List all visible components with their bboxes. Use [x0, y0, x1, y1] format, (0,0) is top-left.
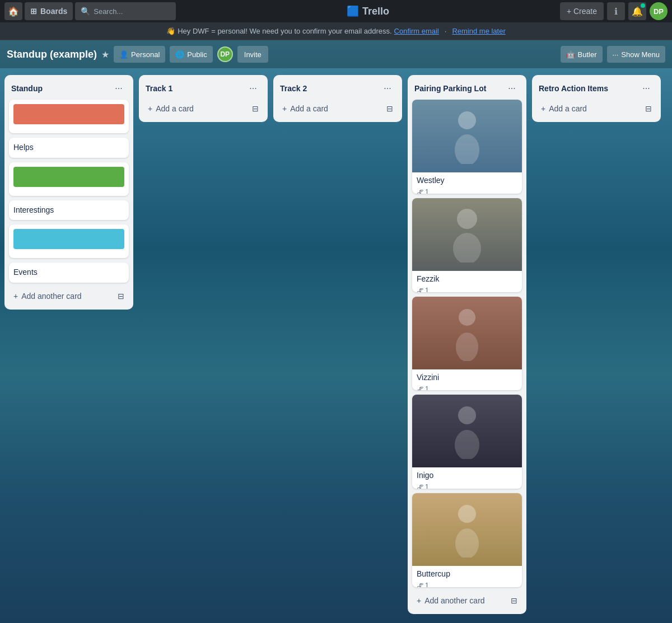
remind-later-link[interactable]: Remind me later [452, 27, 505, 35]
plus-icon-retro: + [541, 104, 545, 113]
nav-center: 🟦 Trello [178, 5, 558, 17]
list-title-track2: Track 2 [280, 84, 307, 93]
list-title-retro: Retro Action Items [539, 84, 608, 93]
card-standup-blue[interactable] [9, 224, 129, 258]
boards-button[interactable]: ⊞ Boards [25, 2, 73, 20]
card-buttercup[interactable]: Buttercup 🖇 1 [412, 493, 522, 587]
paperclip-icon-buttercup: 🖇 [417, 582, 423, 587]
public-label: Public [187, 50, 207, 59]
star-button[interactable]: ★ [101, 49, 109, 60]
list-header-track1: Track 1 ··· [139, 75, 268, 100]
attachment-count-inigo: 1 [425, 483, 429, 489]
personal-visibility-button[interactable]: 👤 Personal [114, 46, 165, 63]
card-standup-events[interactable]: Events [9, 263, 129, 283]
list-menu-button-standup[interactable]: ··· [111, 81, 127, 96]
add-card-label-retro: Add a card [549, 104, 587, 113]
svg-point-9 [455, 528, 479, 558]
card-vizzini[interactable]: Vizzini 🖇 1 [412, 297, 522, 391]
archive-icon-pairing: ⊟ [511, 596, 517, 605]
card-body-buttercup: Buttercup 🖇 1 [412, 566, 522, 587]
notification-badge [641, 3, 645, 8]
list-header-standup: Standup ··· [4, 75, 133, 100]
card-standup-helps[interactable]: Helps [9, 138, 129, 158]
attachment-count-westley: 1 [425, 188, 429, 194]
card-body-vizzini: Vizzini 🖇 1 [412, 369, 522, 391]
list-track1: Track 1 ··· + Add a card ⊟ [139, 75, 268, 122]
list-menu-button-retro[interactable]: ··· [638, 81, 654, 96]
card-body-inigo: Inigo 🖇 1 [412, 467, 522, 489]
public-icon: 🌐 [175, 50, 184, 59]
logo-text: Trello [362, 6, 389, 17]
personal-icon: 👤 [119, 50, 128, 59]
svg-point-1 [455, 134, 479, 164]
add-another-card-pairing[interactable]: + Add another card ⊟ [412, 592, 522, 610]
list-menu-button-pairing[interactable]: ··· [504, 81, 520, 96]
card-badges-inigo: 🖇 1 [417, 483, 517, 489]
svg-point-8 [458, 505, 476, 523]
list-menu-button-track1[interactable]: ··· [245, 81, 261, 96]
card-title-buttercup: Buttercup [417, 569, 517, 578]
confirm-email-link[interactable]: Confirm email [394, 27, 439, 35]
card-color-bar-green [13, 167, 124, 187]
search-placeholder: Search... [94, 7, 123, 16]
user-avatar[interactable]: DP [650, 2, 668, 20]
card-standup-interestings[interactable]: Interestings [9, 200, 129, 221]
add-card-track1[interactable]: + Add a card ⊟ [143, 100, 263, 118]
personal-label: Personal [131, 50, 160, 59]
add-card-label-track2: Add a card [290, 104, 328, 113]
attachment-badge-fezzik: 🖇 1 [417, 287, 429, 292]
avatar-initials: DP [654, 7, 664, 16]
archive-icon-track2: ⊟ [386, 104, 393, 113]
list-retro: Retro Action Items ··· + Add a card ⊟ [532, 75, 661, 122]
list-header-pairing: Pairing Parking Lot ··· [408, 75, 526, 100]
add-card-retro[interactable]: + Add a card ⊟ [536, 100, 656, 118]
search-bar[interactable]: 🔍 Search... [75, 2, 176, 20]
info-button[interactable]: ℹ [607, 2, 625, 20]
card-title-helps: Helps [13, 142, 124, 153]
archive-icon-track1: ⊟ [252, 104, 259, 113]
show-menu-button[interactable]: ··· Show Menu [607, 46, 666, 63]
card-body-westley: Westley 🖇 1 [412, 172, 522, 194]
svg-point-5 [456, 332, 478, 361]
board-header: Standup (example) ★ 👤 Personal 🌐 Public … [0, 40, 672, 68]
top-navigation: 🏠 ⊞ Boards 🔍 Search... 🟦 Trello + Create… [0, 0, 672, 22]
notification-banner: 👋 Hey DWF = personal! We need you to con… [0, 22, 672, 40]
list-title-standup: Standup [11, 84, 43, 93]
board-member-avatar: DP [217, 46, 233, 62]
card-title-vizzini: Vizzini [417, 373, 517, 382]
card-color-bar-blue [13, 229, 124, 249]
paperclip-icon-fezzik: 🖇 [417, 287, 423, 292]
attachment-count-fezzik: 1 [425, 287, 429, 292]
plus-icon-pairing: + [417, 596, 421, 605]
card-standup-red[interactable] [9, 100, 129, 133]
card-standup-green[interactable] [9, 162, 129, 196]
card-westley[interactable]: Westley 🖇 1 [412, 100, 522, 194]
create-button[interactable]: + Create [560, 2, 604, 20]
invite-button[interactable]: Invite [237, 46, 268, 63]
trello-logo: 🟦 Trello [347, 5, 389, 17]
card-image-inigo [412, 395, 522, 467]
home-button[interactable]: 🏠 [4, 2, 22, 20]
card-badges-buttercup: 🖇 1 [417, 582, 517, 587]
butler-button[interactable]: 🤖 Butler [561, 46, 603, 63]
add-card-label-standup: Add another card [21, 292, 81, 301]
plus-icon-track1: + [148, 104, 152, 113]
attachment-badge-westley: 🖇 1 [417, 188, 429, 194]
attachment-badge-inigo: 🖇 1 [417, 483, 429, 489]
paperclip-icon: 🖇 [417, 188, 423, 194]
card-body-fezzik: Fezzik 🖇 1 [412, 271, 522, 292]
add-another-card-standup[interactable]: + Add another card ⊟ [9, 287, 129, 305]
card-image-westley [412, 100, 522, 172]
card-title-fezzik: Fezzik [417, 274, 517, 283]
archive-icon-retro: ⊟ [645, 104, 652, 113]
notifications-button[interactable]: 🔔 [628, 2, 646, 20]
list-menu-button-track2[interactable]: ··· [380, 81, 395, 96]
attachment-count-vizzini: 1 [425, 385, 429, 391]
add-card-track2[interactable]: + Add a card ⊟ [278, 100, 398, 118]
card-fezzik[interactable]: Fezzik 🖇 1 [412, 198, 522, 292]
card-inigo[interactable]: Inigo 🖇 1 [412, 395, 522, 489]
svg-point-2 [457, 209, 477, 229]
public-visibility-button[interactable]: 🌐 Public [170, 46, 212, 63]
card-badges-westley: 🖇 1 [417, 188, 517, 194]
butler-icon: 🤖 [566, 50, 575, 59]
